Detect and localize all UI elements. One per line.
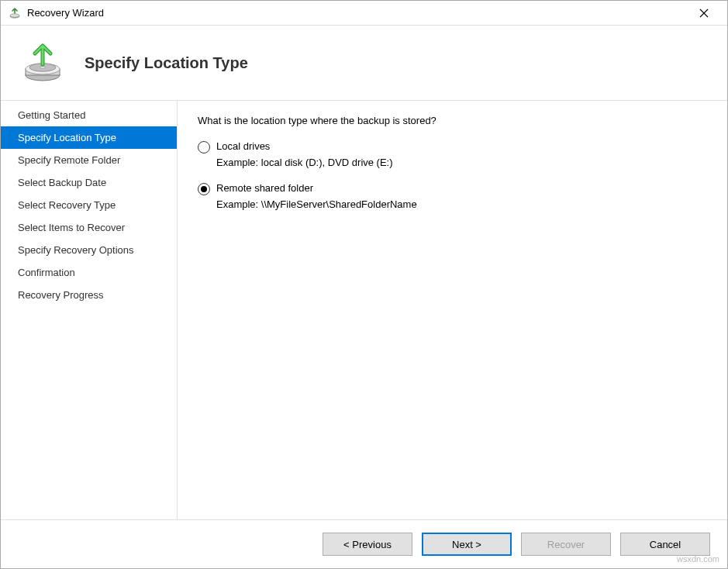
radio-text: Local drives Example: local disk (D:), D… [216,140,393,168]
radio-example: Example: \\MyFileServer\SharedFolderName [216,198,417,210]
radio-example: Example: local disk (D:), DVD drive (E:) [216,157,393,168]
svg-point-6 [40,67,46,69]
radio-option-remote-shared-folder[interactable]: Remote shared folder Example: \\MyFileSe… [198,182,707,210]
cancel-button[interactable]: Cancel [620,533,710,556]
wizard-body: Getting Started Specify Location Type Sp… [1,100,727,519]
next-button[interactable]: Next > [422,533,512,556]
wizard-steps-sidebar: Getting Started Specify Location Type Sp… [1,101,178,519]
sidebar-item-confirmation[interactable]: Confirmation [1,261,177,284]
wizard-footer: < Previous Next > Recover Cancel [1,519,727,568]
radio-icon[interactable] [198,183,210,195]
sidebar-item-select-recovery-type[interactable]: Select Recovery Type [1,194,177,216]
close-button[interactable] [688,2,719,24]
sidebar-item-specify-recovery-options[interactable]: Specify Recovery Options [1,239,177,261]
wizard-header: Specify Location Type [1,26,727,100]
recover-button: Recover [521,533,611,556]
watermark: wsxdn.com [677,554,719,564]
location-type-radio-group: Local drives Example: local disk (D:), D… [198,140,707,210]
sidebar-item-getting-started[interactable]: Getting Started [1,104,177,126]
app-icon [9,7,21,19]
recovery-icon [21,41,64,84]
sidebar-item-specify-remote-folder[interactable]: Specify Remote Folder [1,149,177,171]
recovery-wizard-window: Recovery Wizard Specify Location Type Ge… [0,0,728,569]
radio-label[interactable]: Remote shared folder [216,182,417,194]
window-title: Recovery Wizard [27,7,688,19]
titlebar: Recovery Wizard [1,1,727,26]
previous-button[interactable]: < Previous [323,533,412,556]
close-icon [699,9,709,18]
radio-icon[interactable] [198,141,210,153]
prompt-text: What is the location type where the back… [198,115,707,126]
sidebar-item-recovery-progress[interactable]: Recovery Progress [1,284,177,306]
radio-option-local-drives[interactable]: Local drives Example: local disk (D:), D… [198,140,707,168]
sidebar-item-select-items-to-recover[interactable]: Select Items to Recover [1,216,177,239]
svg-point-1 [10,13,19,16]
sidebar-item-select-backup-date[interactable]: Select Backup Date [1,171,177,194]
wizard-content: What is the location type where the back… [178,101,727,519]
radio-text: Remote shared folder Example: \\MyFileSe… [216,182,417,210]
sidebar-item-specify-location-type[interactable]: Specify Location Type [1,126,177,149]
radio-label[interactable]: Local drives [216,140,393,152]
page-title: Specify Location Type [85,54,248,72]
